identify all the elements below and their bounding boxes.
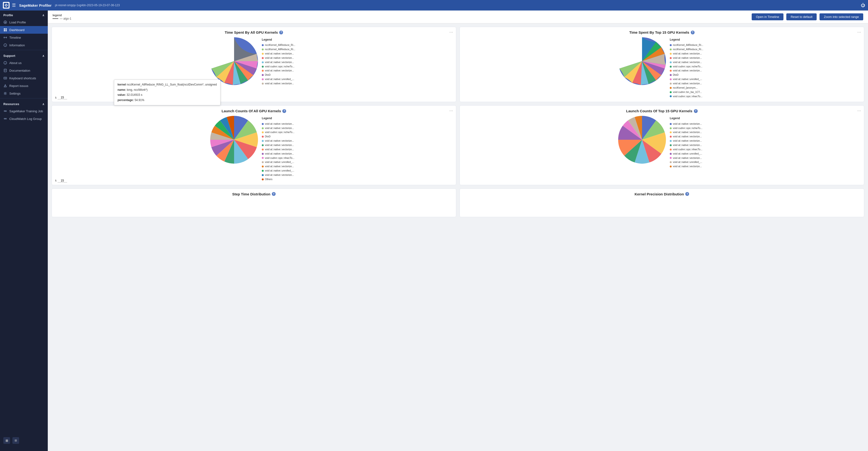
sidebar-item-settings[interactable]: Settings <box>0 90 48 97</box>
chart4-body: Legend void at::native::vectorize...void… <box>463 116 861 169</box>
legend-item-label: void at::native::vectorize... <box>673 130 702 134</box>
sidebar-item-keyboard-shortcuts[interactable]: Keyboard shortcuts <box>0 74 48 82</box>
sidebar-bottom-icons: ▦ ⊞ <box>0 435 48 446</box>
legend-item: DtoD <box>262 73 298 77</box>
chart2-title: Time Spent By Top 15 GPU Kernels ? <box>463 30 861 34</box>
open-in-timeline-button[interactable]: Open in Timeline <box>752 13 784 20</box>
sidebar-item-dashboard[interactable]: Dashboard <box>0 26 48 34</box>
chart1-pie <box>210 37 258 86</box>
legend-item-label: void cudnn::ops::nchwTo... <box>673 64 703 69</box>
legend-item: void cudnn::ops::nhwcTo... <box>670 94 706 99</box>
legend-item: void at::native::vectorize... <box>262 143 298 147</box>
support-chevron[interactable]: ∧ <box>42 54 44 58</box>
action-bar: legend — algo-1 Open in Timeline Reset t… <box>48 10 868 23</box>
legend-item: void at::native::vectorize... <box>670 82 706 86</box>
legend-item-label: void at::native::vectorize... <box>265 139 294 143</box>
about-icon: i <box>3 61 7 65</box>
chart4-title: Launch Counts Of Top 15 GPU Kernels ? <box>463 109 861 113</box>
legend-dot <box>262 74 264 76</box>
legend-item: void at::native::unrolled_... <box>670 152 706 156</box>
legend-item: void at::native::unrolled_... <box>670 160 706 164</box>
chart1-help-icon[interactable]: ? <box>279 31 283 34</box>
chart-time-spent-all: Time Spent By All GPU Kernels ? ⋯ <box>52 27 456 102</box>
legend-item: void at::native::vectorize... <box>670 143 706 147</box>
sidebar-item-cloudwatch-log-group[interactable]: CloudWatch Log Group <box>0 115 48 123</box>
legend-item: void at::native::vectorize... <box>670 134 706 139</box>
legend-item-label: void at::native::unrolled_... <box>265 160 294 164</box>
chart4-help-icon[interactable]: ? <box>694 109 698 113</box>
chart4-menu[interactable]: ⋯ <box>857 109 861 113</box>
sidebar-item-documentation[interactable]: Documentation <box>0 67 48 74</box>
legend-item-label: void at::native::vectorize... <box>673 139 702 143</box>
chart2-menu[interactable]: ⋯ <box>857 30 861 34</box>
legend-dot <box>670 157 672 159</box>
power-icon[interactable]: ⏻ <box>861 3 865 8</box>
app-title: SageMaker Profiler <box>19 3 52 7</box>
svg-text:i: i <box>5 62 5 64</box>
chart-time-spent-top15: Time Spent By Top 15 GPU Kernels ? ⋯ <box>460 27 864 102</box>
legend-item: void cudnn::ops::nchwTo... <box>670 64 706 69</box>
sidebar-item-timeline[interactable]: Timeline <box>0 34 48 41</box>
support-section-header: Support ∧ <box>0 51 48 59</box>
chart3-menu[interactable]: ⋯ <box>449 109 453 113</box>
chart1-menu[interactable]: ⋯ <box>449 30 453 34</box>
legend-item: Others <box>262 177 298 182</box>
chart2-pie <box>618 37 666 86</box>
chart1-legend: Legend ncclKernel_AllReduce_Ri...ncclKer… <box>262 37 298 86</box>
chart-launch-counts-top15: Launch Counts Of Top 15 GPU Kernels ? ⋯ <box>460 106 864 185</box>
sidebar-icon-2[interactable]: ⊞ <box>12 437 19 444</box>
chart1-k-input[interactable] <box>58 96 67 99</box>
legend-dot <box>262 131 264 133</box>
sidebar-item-sagemaker-training-job[interactable]: SageMaker Training Job <box>0 107 48 115</box>
legend-dot <box>262 49 264 51</box>
legend-item-label: void cudnn::ops::nhwcTo... <box>265 156 294 160</box>
reset-to-default-button[interactable]: Reset to default <box>786 13 817 20</box>
legend-item-label: void cudnn::ops::nchwTo... <box>265 130 294 134</box>
chart6-help-icon[interactable]: ? <box>685 192 689 196</box>
legend-item-label: Others <box>265 177 273 182</box>
sidebar-item-about-us[interactable]: i About us <box>0 59 48 67</box>
chart2-body: Legend ncclKernel_AllReduce_Ri...ncclKer… <box>463 37 861 98</box>
legend-dot <box>670 83 672 85</box>
chart2-help-icon[interactable]: ? <box>691 31 694 34</box>
legend-item-label: void at::native::vectorize... <box>673 82 702 86</box>
instance-label: pt-resnet-smppy-1xg4dn-2023-05-19-23-07-… <box>55 4 861 7</box>
legend-dot <box>262 161 264 163</box>
legend-dot <box>262 170 264 172</box>
legend-dot <box>670 153 672 155</box>
charts-row-3: Step Time Distribution ? Kernel Precisio… <box>52 188 864 217</box>
menu-icon[interactable]: ☰ <box>12 3 16 8</box>
legend-item: ncclKernel_AllReduce_Ri... <box>262 43 298 47</box>
tooltip-name: name: long, ncclWork*) <box>118 87 217 93</box>
sidebar-icon-1[interactable]: ▦ <box>3 437 10 444</box>
legend-item: void at::native::vectorize... <box>670 139 706 143</box>
chart3-k-input[interactable] <box>58 179 67 182</box>
algo-legend: — algo-1 <box>53 17 71 20</box>
legend-item-label: void at::native::vectorize... <box>265 173 294 177</box>
resources-chevron[interactable]: ∧ <box>42 102 44 106</box>
legend-dot <box>262 53 264 55</box>
keyboard-icon <box>3 76 7 80</box>
load-icon <box>3 20 7 24</box>
legend-item-label: ncclKernel_AllReduce_Ri... <box>673 43 703 47</box>
chart3-help-icon[interactable]: ? <box>282 109 286 113</box>
legend-dot <box>262 166 264 168</box>
svg-point-19 <box>5 118 6 119</box>
sidebar-item-report-issues[interactable]: ! Report issuus <box>0 82 48 90</box>
profile-chevron[interactable]: ∧ <box>42 13 44 17</box>
legend-dot <box>262 136 264 138</box>
legend-dot <box>262 66 264 68</box>
legend-item: void at::native::unrolled_... <box>262 169 298 173</box>
chart5-help-icon[interactable]: ? <box>272 192 276 196</box>
svg-rect-11 <box>4 69 6 72</box>
sidebar-item-information[interactable]: i Information <box>0 41 48 49</box>
legend-dot <box>670 149 672 150</box>
svg-point-16 <box>5 111 6 112</box>
legend-item-label: void at::native::vectorize... <box>673 143 702 147</box>
sidebar-item-load-profile[interactable]: Load Profile <box>0 19 48 26</box>
sidebar: Profile ∧ Load Profile Dashboard Timelin… <box>0 10 48 451</box>
chart3-pie <box>210 116 258 164</box>
legend-dot <box>670 87 672 89</box>
chart1-title: Time Spent By All GPU Kernels ? <box>55 30 453 34</box>
zoom-into-selected-range-button[interactable]: Zoom into selected range <box>819 13 863 20</box>
